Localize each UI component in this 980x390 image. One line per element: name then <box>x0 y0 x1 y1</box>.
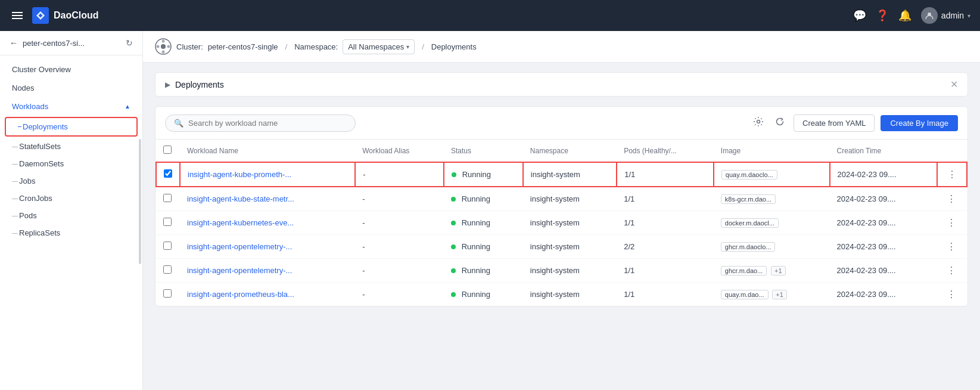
row-more[interactable]: ⋮ <box>937 235 967 259</box>
sidebar-item-daemonsets[interactable]: DaemonSets <box>0 155 142 172</box>
cluster-overview-label: Cluster Overview <box>12 65 71 74</box>
search-input[interactable] <box>188 119 347 128</box>
message-icon[interactable]: 💬 <box>853 9 866 22</box>
namespace-value: All Namespaces <box>348 42 404 51</box>
row-alias: - <box>355 187 444 211</box>
search-box[interactable]: 🔍 <box>165 114 356 132</box>
deployments-table: Workload Name Workload Alias Status Name… <box>155 140 967 306</box>
row-pods: 2/2 <box>617 235 714 259</box>
row-checkbox-5[interactable] <box>163 289 172 298</box>
pods-label: Pods <box>19 211 37 220</box>
user-menu[interactable]: admin ▾ <box>921 7 970 24</box>
avatar <box>921 7 938 24</box>
banner-chevron-icon: ▶ <box>165 81 170 89</box>
deployments-banner: ▶ Deployments ✕ <box>155 72 968 97</box>
banner-close-button[interactable]: ✕ <box>950 79 958 90</box>
row-more[interactable]: ⋮ <box>937 187 967 211</box>
row-status: Running <box>444 211 523 235</box>
row-more-button[interactable]: ⋮ <box>944 288 959 301</box>
refresh-icon[interactable]: ↻ <box>126 38 133 48</box>
select-all-checkbox[interactable] <box>163 146 172 154</box>
sidebar-item-replicasets[interactable]: ReplicaSets <box>0 224 142 242</box>
create-image-button[interactable]: Create By Image <box>881 115 958 131</box>
sidebar-item-statefulsets[interactable]: StatefulSets <box>0 138 142 155</box>
row-more[interactable]: ⋮ <box>937 162 967 187</box>
row-more[interactable]: ⋮ <box>937 283 967 307</box>
namespace-label: Namespace: <box>294 42 338 51</box>
row-status: Running <box>444 235 523 259</box>
row-checkbox-3[interactable] <box>163 242 172 250</box>
row-more[interactable]: ⋮ <box>937 259 967 283</box>
row-creation: 2024-02-23 09.... <box>830 259 937 283</box>
row-alias: - <box>355 211 444 235</box>
toolbar-actions: Create from YAML Create By Image <box>751 114 958 132</box>
page-content: ▶ Deployments ✕ 🔍 <box>143 63 980 390</box>
main-content: Cluster: peter-centos7-single / Namespac… <box>143 31 980 390</box>
row-workload-name[interactable]: insight-agent-opentelemetry-... <box>180 259 355 283</box>
svg-point-5 <box>162 51 165 54</box>
row-checkbox-0[interactable] <box>164 169 172 178</box>
cluster-label: Cluster: <box>176 42 203 51</box>
row-more-button[interactable]: ⋮ <box>944 216 959 229</box>
help-icon[interactable]: ❓ <box>876 9 889 22</box>
sidebar-item-nodes[interactable]: Nodes <box>0 79 142 97</box>
namespace-selector[interactable]: All Namespaces ▾ <box>343 39 415 54</box>
row-pods: 1/1 <box>617 162 714 187</box>
table-row: insight-agent-opentelemetry-... - Runnin… <box>156 235 967 259</box>
col-workload-alias: Workload Alias <box>355 140 444 162</box>
row-more-button[interactable]: ⋮ <box>945 168 959 181</box>
sidebar-item-pods[interactable]: Pods <box>0 207 142 224</box>
table-row: insight-agent-kube-state-metr... - Runni… <box>156 187 967 211</box>
row-more-button[interactable]: ⋮ <box>944 193 959 205</box>
row-workload-name[interactable]: insight-agent-kubernetes-eve... <box>180 211 355 235</box>
hamburger-menu[interactable] <box>10 10 25 21</box>
row-namespace: insight-system <box>523 259 617 283</box>
row-creation: 2024-02-23 09.... <box>830 283 937 307</box>
row-status: Running <box>444 283 523 307</box>
search-icon: 🔍 <box>174 119 183 128</box>
page-title: Deployments <box>431 42 477 51</box>
col-workload-name: Workload Name <box>180 140 355 162</box>
row-more[interactable]: ⋮ <box>937 211 967 235</box>
row-status: Running <box>444 162 523 187</box>
sidebar-nav: Cluster Overview Nodes Workloads ▲ Deplo… <box>0 55 142 390</box>
banner-title: Deployments <box>175 80 224 89</box>
brand-logo: DaoCloud <box>32 7 99 24</box>
row-workload-name[interactable]: insight-agent-kube-prometh-... <box>180 162 355 187</box>
table-container: 🔍 <box>155 106 968 307</box>
row-alias: - <box>355 259 444 283</box>
refresh-icon-button[interactable] <box>772 114 788 132</box>
sidebar-item-deployments[interactable]: Deployments <box>6 118 136 135</box>
sidebar-scrollbar <box>139 139 141 265</box>
sidebar-item-cluster-overview[interactable]: Cluster Overview <box>0 60 142 79</box>
cluster-icon <box>155 38 172 55</box>
svg-point-6 <box>157 45 160 48</box>
row-checkbox-2[interactable] <box>163 218 172 226</box>
row-workload-name[interactable]: insight-agent-prometheus-bla... <box>180 283 355 307</box>
col-status: Status <box>444 140 523 162</box>
row-pods: 1/1 <box>617 211 714 235</box>
row-workload-name[interactable]: insight-agent-opentelemetry-... <box>180 235 355 259</box>
sidebar-item-cronjobs[interactable]: CronJobs <box>0 190 142 207</box>
sidebar: ← peter-centos7-si... ↻ Cluster Overview… <box>0 31 143 390</box>
row-checkbox-1[interactable] <box>163 194 172 202</box>
row-checkbox-4[interactable] <box>163 265 172 274</box>
row-workload-name[interactable]: insight-agent-kube-state-metr... <box>180 187 355 211</box>
row-creation: 2024-02-23 09.... <box>830 162 937 187</box>
bell-icon[interactable]: 🔔 <box>898 9 911 22</box>
cronjobs-label: CronJobs <box>19 194 52 203</box>
row-more-button[interactable]: ⋮ <box>944 264 959 277</box>
replicasets-label: ReplicaSets <box>19 228 60 237</box>
sidebar-item-workloads[interactable]: Workloads ▲ <box>0 97 142 116</box>
banner-left: ▶ Deployments <box>165 80 224 89</box>
create-yaml-button[interactable]: Create from YAML <box>794 114 875 132</box>
table-row: insight-agent-kubernetes-eve... - Runnin… <box>156 211 967 235</box>
settings-icon-button[interactable] <box>751 114 766 132</box>
col-creation: Creation Time <box>830 140 937 162</box>
cluster-name: peter-centos7-single <box>208 42 278 51</box>
row-more-button[interactable]: ⋮ <box>944 240 959 253</box>
sidebar-item-jobs[interactable]: Jobs <box>0 172 142 190</box>
navbar: DaoCloud 💬 ❓ 🔔 admin ▾ <box>0 0 980 31</box>
back-button[interactable]: ← peter-centos7-si... <box>10 38 85 48</box>
row-alias: - <box>355 283 444 307</box>
